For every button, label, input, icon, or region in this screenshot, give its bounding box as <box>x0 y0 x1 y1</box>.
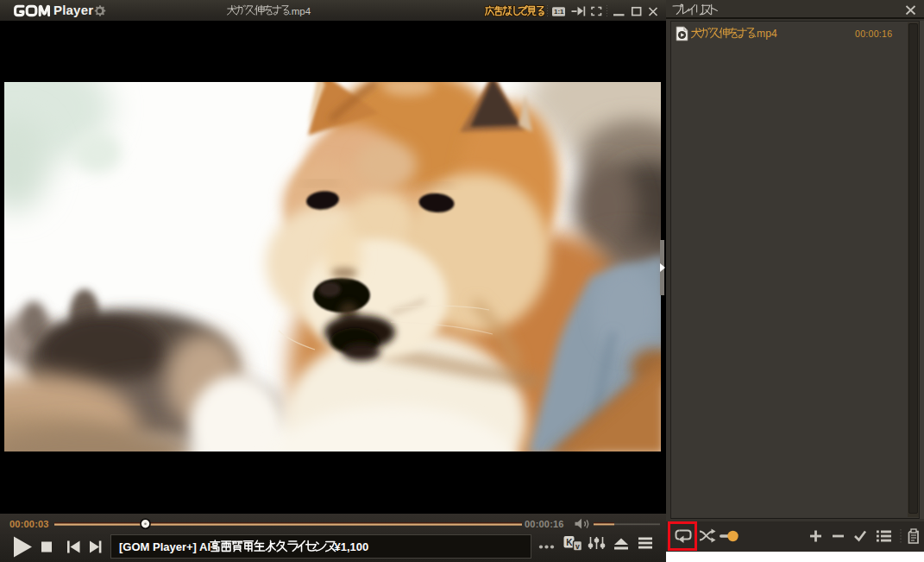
svg-text:.mp4: .mp4 <box>754 28 777 40</box>
svg-text:1:1: 1:1 <box>554 8 564 16</box>
svg-text:[GOM Player+] AI: [GOM Player+] AI <box>119 540 211 553</box>
svg-text:v: v <box>575 542 580 551</box>
svg-text:¥1,100: ¥1,100 <box>335 540 369 553</box>
svg-text:K: K <box>566 538 573 547</box>
svg-text:.mp4: .mp4 <box>289 6 311 16</box>
